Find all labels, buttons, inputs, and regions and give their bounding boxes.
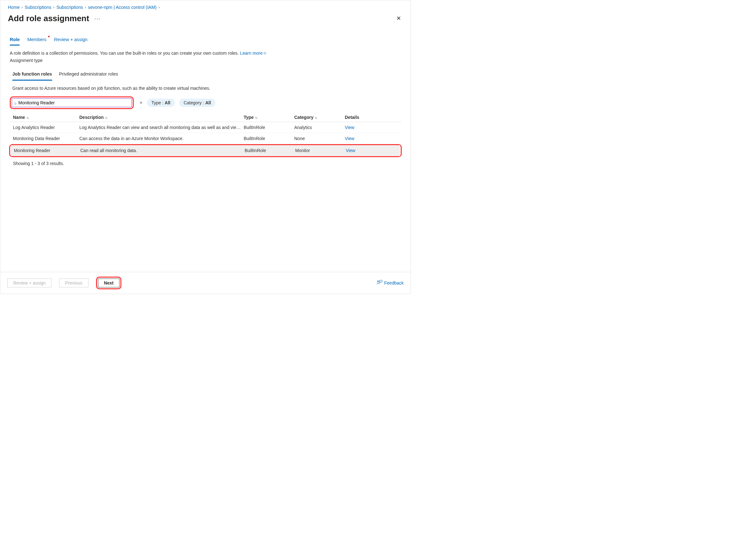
chevron-right-icon: › bbox=[53, 5, 54, 10]
filter-type-pill[interactable]: Type : All bbox=[147, 99, 175, 107]
th-description[interactable]: Description↑↓ bbox=[79, 115, 244, 120]
tab-members[interactable]: Members bbox=[27, 37, 46, 46]
filter-category-pill[interactable]: Category : All bbox=[179, 99, 215, 107]
next-button-highlight: Next bbox=[96, 277, 121, 289]
search-highlight: ⌕ bbox=[10, 96, 134, 109]
table-row[interactable]: Log Analytics Reader Log Analytics Reade… bbox=[10, 122, 401, 133]
cell-category: Monitor bbox=[295, 148, 346, 153]
th-type[interactable]: Type↑↓ bbox=[244, 115, 294, 120]
tab-role[interactable]: Role bbox=[10, 37, 20, 46]
cell-name: Log Analytics Reader bbox=[10, 125, 79, 130]
cell-name: Monitoring Data Reader bbox=[10, 136, 79, 141]
subtab-job-function[interactable]: Job function roles bbox=[12, 71, 52, 80]
pill-prefix: Type : bbox=[152, 100, 165, 105]
cell-description: Can access the data in an Azure Monitor … bbox=[79, 136, 244, 141]
tab-label: Role bbox=[10, 37, 20, 42]
table-header-row: Name↑↓ Description↑↓ Type↑↓ Category↑↓ D… bbox=[10, 113, 401, 122]
cell-category: None bbox=[294, 136, 345, 141]
breadcrumb-iam[interactable]: sevone-npm | Access control (IAM) bbox=[88, 5, 157, 10]
role-search-box[interactable]: ⌕ bbox=[12, 98, 132, 107]
sort-icon: ↑↓ bbox=[315, 116, 317, 119]
feedback-link[interactable]: Feedback bbox=[377, 280, 404, 286]
learn-more-link[interactable]: Learn more ⧉ bbox=[240, 50, 266, 57]
svg-rect-1 bbox=[379, 280, 382, 282]
chevron-right-icon: › bbox=[85, 5, 86, 10]
table-row[interactable]: Monitoring Data Reader Can access the da… bbox=[10, 133, 401, 144]
view-link[interactable]: View bbox=[346, 148, 355, 153]
feedback-label: Feedback bbox=[384, 280, 404, 286]
breadcrumb-home[interactable]: Home bbox=[8, 5, 20, 10]
sort-icon: ↑↓ bbox=[26, 116, 29, 119]
result-count: Showing 1 - 3 of 3 results. bbox=[0, 157, 410, 170]
person-feedback-icon bbox=[377, 280, 382, 286]
external-link-icon: ⧉ bbox=[264, 51, 266, 56]
view-link[interactable]: View bbox=[345, 136, 354, 141]
tab-review-assign[interactable]: Review + assign bbox=[54, 37, 87, 46]
sort-icon: ↑↓ bbox=[105, 116, 107, 119]
role-description-text: A role definition is a collection of per… bbox=[10, 51, 239, 56]
subtab-privileged-admin[interactable]: Privileged administrator roles bbox=[59, 71, 118, 80]
selected-row-highlight: Monitoring Reader Can read all monitorin… bbox=[9, 144, 402, 157]
tab-label: Members bbox=[27, 37, 46, 42]
chevron-right-icon: › bbox=[158, 5, 160, 10]
page-title: Add role assignment bbox=[8, 14, 89, 23]
cell-description: Log Analytics Reader can view and search… bbox=[79, 125, 244, 130]
breadcrumb-subscriptions-1[interactable]: Subscriptions bbox=[25, 5, 51, 10]
th-category[interactable]: Category↑↓ bbox=[294, 115, 345, 120]
view-link[interactable]: View bbox=[345, 125, 354, 130]
chevron-right-icon: › bbox=[22, 5, 23, 10]
subtab-description: Grant access to Azure resources based on… bbox=[0, 80, 410, 96]
search-icon: ⌕ bbox=[14, 100, 16, 105]
tab-label: Review + assign bbox=[54, 37, 87, 42]
cell-type: BuiltInRole bbox=[244, 125, 294, 130]
assignment-type-label: Assignment type bbox=[10, 57, 401, 64]
review-assign-button[interactable]: Review + assign bbox=[7, 279, 52, 287]
cell-description: Can read all monitoring data. bbox=[80, 148, 245, 153]
cell-type: BuiltInRole bbox=[244, 136, 294, 141]
next-button[interactable]: Next bbox=[98, 279, 120, 287]
pill-value: All bbox=[165, 100, 170, 105]
th-details: Details bbox=[345, 115, 401, 120]
svg-point-0 bbox=[378, 281, 379, 282]
clear-search-icon[interactable]: ✕ bbox=[139, 100, 143, 105]
sort-icon: ↑↓ bbox=[255, 116, 257, 119]
pill-prefix: Category : bbox=[184, 100, 205, 105]
th-name[interactable]: Name↑↓ bbox=[10, 115, 79, 120]
breadcrumb-subscriptions-2[interactable]: Subscriptions bbox=[56, 5, 83, 10]
pill-value: All bbox=[205, 100, 211, 105]
cell-name: Monitoring Reader bbox=[11, 148, 80, 153]
more-actions-icon[interactable]: ··· bbox=[94, 15, 100, 22]
close-icon[interactable]: ✕ bbox=[394, 13, 403, 24]
role-search-input[interactable] bbox=[18, 100, 130, 105]
previous-button[interactable]: Previous bbox=[59, 279, 88, 287]
learn-more-label: Learn more bbox=[240, 50, 263, 57]
breadcrumb: Home › Subscriptions › Subscriptions › s… bbox=[0, 0, 410, 13]
cell-category: Analytics bbox=[294, 125, 345, 130]
cell-type: BuiltInRole bbox=[245, 148, 295, 153]
required-dot-icon bbox=[48, 36, 50, 37]
table-row[interactable]: Monitoring Reader Can read all monitorin… bbox=[11, 145, 400, 156]
